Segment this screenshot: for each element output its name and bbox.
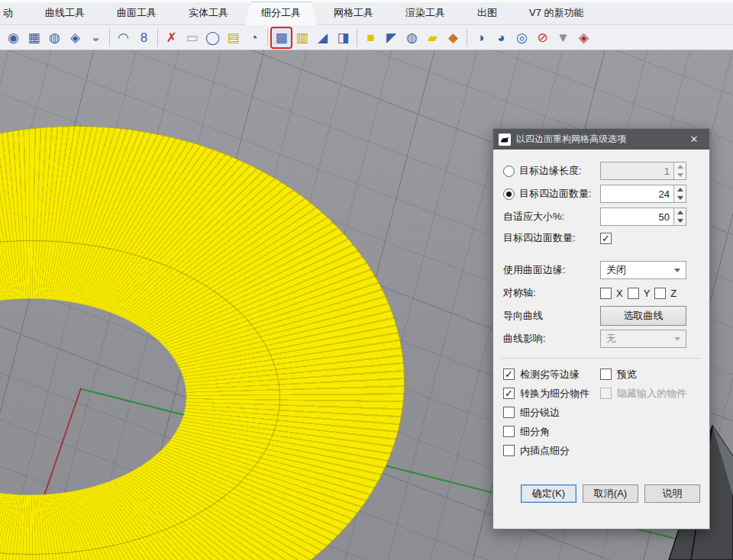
quad-grid-tool-icon[interactable]: ▦ [24,28,44,47]
convert-subd-tool-icon[interactable]: ◨ [334,28,353,47]
ok-button[interactable]: 确定(K) [521,484,576,503]
symmetry-label: 对称轴: [503,286,600,300]
yellow-fan-tool-icon[interactable]: ▰ [423,28,442,47]
subd-pipe-tool-icon[interactable]: ◉ [4,28,23,47]
curve-influence-value: 无 [606,332,674,346]
dialog-button-row: 确定(K) 取消(A) 说明 [521,484,700,503]
quadremesh-options-dialog: 以四边面重构网格高级选项 ✕ 目标边缘长度: 目标四 [492,128,710,529]
dialog-titlebar[interactable]: 以四边面重构网格高级选项 ✕ [493,129,709,150]
hide-input-checkbox [600,388,612,399]
subd-capsule-tool-icon[interactable]: ▭ [182,28,202,47]
adaptive-size-input[interactable] [601,208,673,225]
tab-出图[interactable]: 出图 [461,2,513,24]
spin-down-icon[interactable] [677,219,683,223]
tab-V7 的新功能[interactable]: V7 的新功能 [513,2,600,24]
tab-渲染工具[interactable]: 渲染工具 [389,2,461,24]
quad-count-input[interactable] [601,185,673,202]
guide-curves-row: 导向曲线 选取曲线 [503,304,700,327]
adaptive-size-row: 自适应大小%: [503,205,700,228]
subd-loft-tool-icon[interactable]: 8 [134,28,153,47]
symmetry-z-label: Z [670,288,676,299]
spin-down-icon[interactable] [677,173,683,177]
tab-网格工具[interactable]: 网格工具 [318,2,389,24]
subd-diamond-points-icon[interactable]: ◈ [66,28,85,47]
toolbar-separator [157,28,158,47]
subd-bridge-tool-icon[interactable]: ◠ [114,28,133,47]
select-points-tool-icon[interactable]: ◈ [574,28,593,47]
adaptive-size-spin-arrows[interactable] [673,208,686,225]
toolbar-separator [467,28,467,47]
toolbar-separator [357,28,357,47]
subd-wrench-tool-icon[interactable]: ◢ [313,28,332,47]
sphere-quarter-tool-icon[interactable]: ◕ [492,28,511,47]
box-subd-tool-icon[interactable]: ■ [361,28,380,47]
hide-input-label: 隐藏输入的物件 [617,387,686,401]
tab-曲线工具[interactable]: 曲线工具 [29,2,101,24]
curve-influence-row: 曲线影响: 无 [503,327,700,350]
edge-length-spin-arrows[interactable] [673,163,686,179]
mesh-list-tool-icon[interactable]: ▥ [292,28,312,47]
sphere-star-tool-icon[interactable]: ◎ [512,28,531,47]
quad-count-label: 目标四边面数量: [519,187,592,201]
tab-曲面工具[interactable]: 曲面工具 [101,2,173,24]
subd-creases-checkbox[interactable] [503,407,515,418]
spin-up-icon[interactable] [677,188,683,191]
symmetry-row: 对称轴: X Y Z [503,282,700,304]
interpolate-subd-checkbox[interactable] [503,445,515,456]
cancel-button[interactable]: 取消(A) [583,484,638,503]
toolbar-separator [109,28,110,47]
preview-checkbox[interactable] [600,369,612,380]
subd-blob-tool-icon[interactable]: ◯ [203,28,222,47]
tab-动[interactable]: 动 [0,2,29,24]
symmetry-y-label: Y [644,288,651,299]
quad-count-row: 目标四边面数量: [503,182,700,205]
symmetry-z-checkbox[interactable] [654,288,666,299]
unroll-sheets-tool-icon[interactable]: ▤ [224,28,243,47]
close-icon[interactable]: ✕ [679,129,709,150]
edge-length-radio[interactable] [503,166,515,177]
help-button[interactable]: 说明 [644,484,700,503]
subd-corners-label: 细分角 [520,425,550,439]
subd-sphere-grid-icon[interactable]: ◍ [45,28,64,47]
paintbrush-tool-icon[interactable]: ◆ [444,28,463,47]
sphere-subd-tool-icon[interactable]: ◍ [402,28,421,47]
spin-up-icon[interactable] [677,211,683,214]
purge-bucket-icon[interactable]: ◒ [86,28,105,47]
interpolate-subd-row: 内插点细分 [503,441,700,460]
delete-face-tool-icon[interactable]: ✗ [162,28,181,47]
use-surface-edges-dropdown[interactable]: 关闭 [600,261,686,279]
dialog-body: 目标边缘长度: 目标四边面数量: [493,150,709,510]
quad-count-spin-arrows[interactable] [673,185,686,202]
quad-count-radio[interactable] [503,188,515,200]
edge-length-row: 目标边缘长度: [503,159,700,182]
funnel-filter-tool-icon[interactable]: ▼ [554,28,573,47]
adaptive-quad-count-label: 目标四边面数量: [503,231,600,245]
chevron-down-icon [674,269,680,272]
fan-surface-tool-icon[interactable]: ◤ [382,28,401,47]
symmetry-x-checkbox[interactable] [600,288,612,299]
chevron-down-icon [674,337,680,341]
subd-shell-tool-icon[interactable]: ◔ [244,28,263,47]
subd-corners-checkbox[interactable] [503,426,515,437]
quadremesh-tool-icon[interactable]: ▩ [272,28,291,47]
spin-up-icon[interactable] [677,165,683,169]
edge-length-input[interactable] [601,163,673,179]
spin-down-icon[interactable] [677,196,683,200]
section-divider [502,358,700,359]
sphere-thirds-tool-icon[interactable]: ◑ [471,28,490,47]
edge-length-spinner [600,162,686,180]
adaptive-quad-count-checkbox[interactable]: ✓ [600,233,612,244]
convert-to-subd-checkbox[interactable]: ✓ [503,388,515,399]
tab-实体工具[interactable]: 实体工具 [173,2,244,24]
edge-length-label: 目标边缘长度: [519,164,582,178]
symmetry-y-checkbox[interactable] [628,288,639,299]
subd-corners-row: 细分角 [503,422,700,441]
use-surface-edges-value: 关闭 [606,263,674,277]
adaptive-size-label: 自适应大小%: [503,210,600,224]
detect-bad-edges-checkbox[interactable]: ✓ [503,369,515,380]
disable-creases-tool-icon[interactable]: ⊘ [533,28,552,47]
subd-creases-label: 细分锐边 [520,406,560,420]
tab-细分工具[interactable]: 细分工具 [244,2,318,25]
select-curves-button[interactable]: 选取曲线 [600,306,686,326]
menu-tab-bar: 动曲线工具曲面工具实体工具细分工具网格工具渲染工具出图V7 的新功能 [0,2,733,25]
